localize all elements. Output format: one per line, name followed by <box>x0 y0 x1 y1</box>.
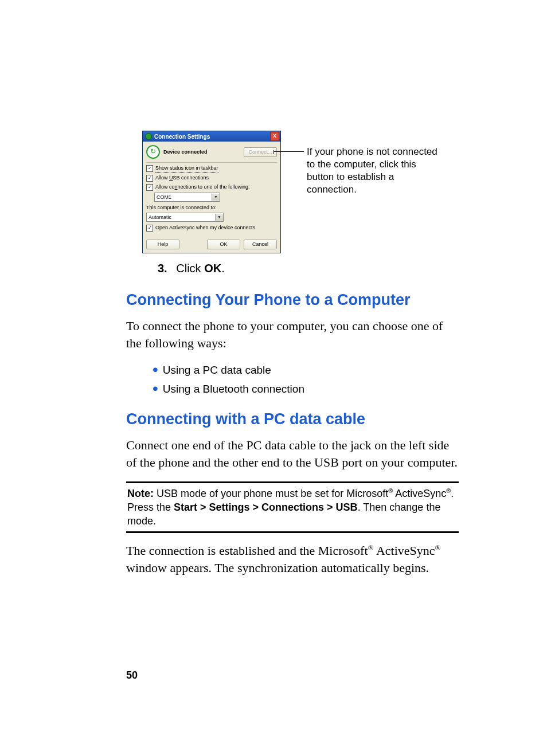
callout-text: If your phone is not connected to the co… <box>307 146 439 196</box>
dialog-connection-settings: Connection Settings X ↻ Device connected… <box>142 131 281 253</box>
label-open-activesync: Open ActiveSync when my device connects <box>155 224 255 232</box>
callout-leader-line <box>274 151 304 152</box>
connect-button[interactable]: Connect... <box>244 147 277 157</box>
cancel-button[interactable]: Cancel <box>244 240 277 249</box>
heading-connecting-phone: Connecting Your Phone to a Computer <box>126 290 459 310</box>
note-label: Note: <box>127 488 154 499</box>
window-title: Connection Settings <box>154 133 210 140</box>
chevron-down-icon: ▼ <box>215 214 223 221</box>
paragraph-pc-cable: Connect one end of the PC data cable to … <box>126 437 459 471</box>
figure-connection-settings: Connection Settings X ↻ Device connected… <box>126 131 459 251</box>
page-number: 50 <box>126 669 138 681</box>
close-icon[interactable]: X <box>270 132 279 141</box>
select-connected-to[interactable]: Automatic ▼ <box>146 213 224 222</box>
heading-pc-data-cable: Connecting with a PC data cable <box>126 409 459 429</box>
checkbox-show-status[interactable]: ✓ <box>146 165 153 172</box>
status-text: Device connected <box>163 148 244 156</box>
list-item: Using a Bluetooth connection <box>153 381 459 397</box>
note-path: Start > Settings > Connections > USB <box>174 502 358 513</box>
ok-button[interactable]: OK <box>207 240 240 249</box>
checkbox-allow-usb[interactable]: ✓ <box>146 175 153 182</box>
checkbox-open-activesync[interactable]: ✓ <box>146 225 153 232</box>
select-com-value: COM1 <box>157 194 171 201</box>
help-button[interactable]: Help <box>146 240 179 249</box>
titlebar: Connection Settings X <box>143 131 280 142</box>
checkbox-allow-connections[interactable]: ✓ <box>146 184 153 191</box>
bullet-list: Using a PC data cable Using a Bluetooth … <box>153 362 459 397</box>
label-allow-usb: Allow USB connections <box>155 174 209 182</box>
label-allow-connections: Allow connections to one of the followin… <box>155 183 250 191</box>
label-connected-to: This computer is connected to: <box>146 204 277 211</box>
paragraph-intro: To connect the phone to your computer, y… <box>126 318 459 352</box>
sync-icon <box>145 133 152 140</box>
select-com-port[interactable]: COM1 ▼ <box>154 193 220 202</box>
step-number: 3. <box>158 262 167 275</box>
status-icon: ↻ <box>146 145 160 159</box>
step-3: 3. Click OK. <box>158 260 459 276</box>
paragraph-after-note: The connection is established and the Mi… <box>126 542 459 577</box>
list-item: Using a PC data cable <box>153 362 459 378</box>
chevron-down-icon: ▼ <box>212 194 220 201</box>
label-show-status: Show status icon in taskbar <box>155 164 218 173</box>
note-block: Note: USB mode of your phone must be set… <box>126 481 459 533</box>
select-connected-value: Automatic <box>149 214 171 221</box>
